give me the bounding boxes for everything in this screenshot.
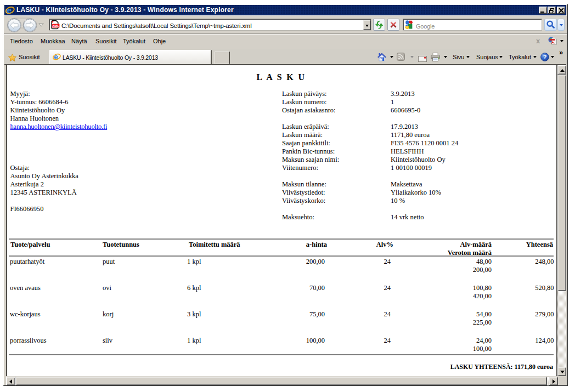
svg-text:XML: XML	[52, 24, 59, 27]
svg-text:?: ?	[543, 54, 547, 60]
